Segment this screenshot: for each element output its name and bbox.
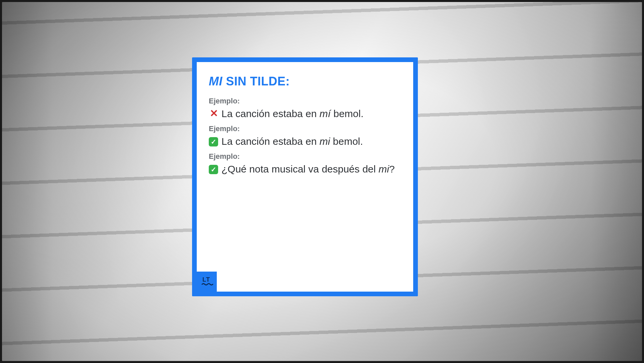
example-label: Ejemplo: <box>209 97 401 105</box>
example-label: Ejemplo: <box>209 152 401 161</box>
example-post: bemol. <box>330 136 363 147</box>
card-body: MI SIN TILDE: Ejemplo: ✕La canción estab… <box>197 62 413 292</box>
example-mi: mí <box>320 108 331 119</box>
title-rest: SIN TILDE: <box>222 74 290 88</box>
brand-badge: L T <box>197 272 217 292</box>
info-card: MI SIN TILDE: Ejemplo: ✕La canción estab… <box>192 57 418 296</box>
stage: MI SIN TILDE: Ejemplo: ✕La canción estab… <box>0 0 644 363</box>
example-mi: mi <box>378 163 389 174</box>
example-mi: mi <box>320 136 330 147</box>
example-label: Ejemplo: <box>209 124 401 133</box>
example-line: ✕La canción estaba en mí bemol. <box>209 106 401 121</box>
example-post: bemol. <box>331 108 363 119</box>
example-pre: La canción estaba en <box>221 108 320 119</box>
example-post: ? <box>389 163 395 174</box>
example-pre: ¿Qué nota musical va después del <box>221 163 378 174</box>
svg-text:L: L <box>202 276 206 283</box>
svg-text:T: T <box>206 276 210 283</box>
title-mi: MI <box>209 74 222 88</box>
example-line: ✓¿Qué nota musical va después del mi? <box>209 161 401 176</box>
check-icon: ✓ <box>209 137 218 146</box>
check-icon: ✓ <box>209 165 218 174</box>
example-pre: La canción estaba en <box>221 136 320 147</box>
lt-logo-icon: L T <box>200 275 213 288</box>
cross-icon: ✕ <box>209 108 219 118</box>
example-line: ✓La canción estaba en mi bemol. <box>209 134 401 149</box>
card-title: MI SIN TILDE: <box>209 75 401 88</box>
